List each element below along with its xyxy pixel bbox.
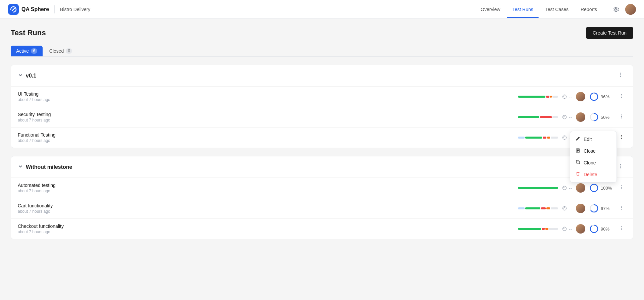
- user-avatar[interactable]: [625, 4, 636, 15]
- test-run-checkout-functionality-more-button[interactable]: [617, 225, 626, 233]
- progress-red: [546, 96, 549, 98]
- section-v01-title-row: v0.1: [18, 72, 36, 79]
- svg-point-25: [620, 166, 621, 167]
- create-test-run-button[interactable]: Create Test Run: [586, 27, 633, 39]
- test-run-ui-testing-more-button[interactable]: [617, 93, 626, 101]
- dropdown-clone-label: Clone: [584, 160, 596, 165]
- svg-point-3: [620, 76, 621, 77]
- test-run-cart-functionality-time: about 7 hours ago: [18, 209, 85, 214]
- test-run-security-testing-time: about 7 hours ago: [18, 118, 85, 122]
- tab-active[interactable]: Active 6: [11, 46, 43, 56]
- svg-point-42: [621, 226, 622, 227]
- svg-point-16: [563, 136, 567, 140]
- page-title: Test Runs: [11, 29, 46, 37]
- test-run-cart-functionality-info: Cart functionality about 7 hours ago: [18, 203, 85, 214]
- section-without-milestone-title: Without milestone: [26, 164, 72, 170]
- svg-point-19: [621, 135, 622, 136]
- header-right: [610, 4, 636, 15]
- test-run-ui-testing-time: about 7 hours ago: [18, 97, 85, 102]
- edit-icon: [576, 136, 580, 142]
- test-run-ui-testing-circle: 96%: [589, 92, 613, 101]
- svg-point-33: [563, 207, 567, 210]
- test-run-checkout-functionality-time: about 7 hours ago: [18, 230, 85, 234]
- test-run-security-testing-avatar: [576, 112, 585, 122]
- test-run-ui-testing-name[interactable]: UI Testing: [18, 91, 85, 97]
- test-run-cart-functionality-circle: 67%: [589, 204, 613, 213]
- test-run-checkout-functionality-pct: 90%: [601, 227, 609, 232]
- nav-test-runs[interactable]: Test Runs: [507, 4, 538, 15]
- test-run-cart-functionality-more-button[interactable]: [617, 204, 626, 213]
- test-run-security-testing-info: Security Testing about 7 hours ago: [18, 112, 85, 122]
- test-run-ui-testing-pct: 96%: [601, 94, 609, 99]
- svg-point-44: [621, 229, 622, 230]
- main-nav: Overview Test Runs Test Cases Reports: [475, 4, 602, 15]
- nav-overview[interactable]: Overview: [475, 4, 505, 15]
- svg-point-6: [590, 93, 598, 100]
- progress-light-blue: [518, 137, 525, 139]
- dropdown-close[interactable]: Close: [570, 145, 616, 157]
- section-v01: v0.1 UI Testing about 7 hours ago: [11, 65, 633, 148]
- test-run-functional-testing: Functional Testing about 7 hours ago --: [11, 127, 633, 148]
- section-without-milestone-title-row: Without milestone: [18, 164, 72, 170]
- page-header: Test Runs Create Test Run: [11, 27, 633, 39]
- project-name: Bistro Delivery: [60, 7, 90, 12]
- tab-closed[interactable]: Closed 0: [44, 46, 77, 56]
- test-run-automated-testing: Automated testing about 7 hours ago --: [11, 178, 633, 198]
- svg-point-13: [621, 114, 622, 115]
- svg-point-8: [621, 95, 622, 96]
- dropdown-edit[interactable]: Edit: [570, 133, 616, 145]
- test-run-cart-functionality-progress-area: -- 67%: [90, 204, 626, 213]
- test-run-security-testing-name[interactable]: Security Testing: [18, 112, 85, 117]
- test-run-cart-functionality-meta: --: [562, 206, 572, 211]
- logo[interactable]: QA Sphere: [8, 4, 49, 15]
- test-run-security-testing-more-button[interactable]: [617, 113, 626, 121]
- test-run-cart-functionality-progress-bar: [518, 207, 558, 209]
- chevron-v01-icon[interactable]: [18, 72, 23, 79]
- progress-green: [525, 137, 542, 139]
- tab-closed-label: Closed: [49, 48, 64, 54]
- test-run-cart-functionality-name[interactable]: Cart functionality: [18, 203, 85, 208]
- svg-point-36: [621, 206, 622, 207]
- svg-point-9: [621, 97, 622, 98]
- svg-point-10: [563, 115, 567, 119]
- dropdown-delete-label: Delete: [584, 172, 597, 177]
- test-run-automated-testing-progress-bar: [518, 187, 558, 189]
- dropdown-delete[interactable]: Delete: [570, 168, 616, 180]
- section-without-milestone: Without milestone Automated testing abou…: [11, 156, 633, 239]
- test-run-automated-testing-more-button[interactable]: [617, 184, 626, 192]
- progress-gray: [551, 137, 558, 139]
- test-run-functional-testing-progress-area: -- 68%: [90, 133, 626, 142]
- dropdown-close-label: Close: [584, 148, 596, 154]
- svg-point-31: [621, 187, 622, 188]
- test-run-security-testing: Security Testing about 7 hours ago --: [11, 107, 633, 127]
- test-run-ui-testing-avatar: [576, 92, 585, 101]
- test-run-checkout-functionality-name[interactable]: Checkout functionality: [18, 223, 85, 229]
- settings-button[interactable]: [610, 4, 621, 15]
- dropdown-clone[interactable]: Clone: [570, 157, 616, 168]
- header-divider: [54, 5, 55, 13]
- section-v01-more-button[interactable]: [615, 70, 626, 81]
- test-run-automated-testing-circle: 100%: [589, 183, 613, 193]
- svg-point-39: [563, 227, 567, 231]
- test-run-functional-testing-name[interactable]: Functional Testing: [18, 132, 85, 138]
- test-run-checkout-functionality-avatar: [576, 224, 585, 234]
- svg-point-1: [620, 73, 621, 74]
- test-run-functional-testing-time: about 7 hours ago: [18, 138, 85, 143]
- nav-reports[interactable]: Reports: [575, 4, 602, 15]
- svg-point-20: [621, 136, 622, 137]
- test-run-automated-testing-name[interactable]: Automated testing: [18, 183, 85, 188]
- test-run-ui-testing: UI Testing about 7 hours ago --: [11, 86, 633, 107]
- test-run-functional-testing-progress-bar: [518, 137, 558, 139]
- svg-point-37: [621, 207, 622, 208]
- test-run-security-testing-progress-bar: [518, 116, 558, 118]
- progress-orange: [550, 96, 552, 98]
- chevron-without-milestone-icon[interactable]: [18, 164, 23, 170]
- clone-icon: [576, 160, 580, 165]
- tab-active-count: 6: [31, 48, 37, 54]
- test-run-functional-testing-more-button[interactable]: [617, 134, 626, 142]
- nav-test-cases[interactable]: Test Cases: [540, 4, 574, 15]
- close-icon: [576, 148, 580, 154]
- progress-green: [518, 228, 541, 230]
- svg-point-32: [621, 188, 622, 189]
- tab-closed-count: 0: [66, 48, 72, 54]
